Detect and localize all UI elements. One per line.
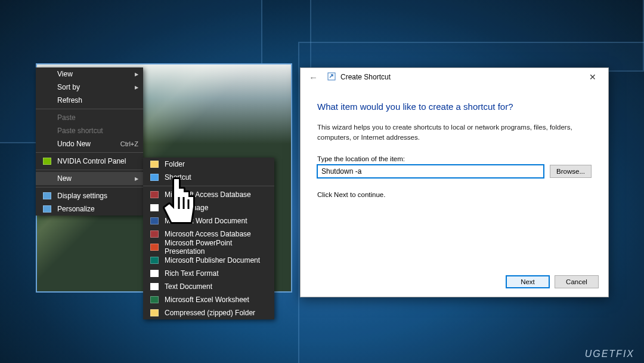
file-icon — [149, 203, 160, 213]
context-menu-item[interactable]: Personalize — [36, 202, 143, 216]
menu-separator — [36, 187, 143, 187]
menu-item-label: Microsoft Access Database — [165, 190, 270, 199]
cancel-button[interactable]: Cancel — [555, 275, 599, 288]
menu-separator — [36, 109, 143, 109]
menu-item-label: Microsoft PowerPoint Presentation — [165, 239, 270, 256]
submenu-arrow-icon: ▶ — [135, 72, 138, 77]
file-icon — [42, 96, 52, 105]
menu-item-label: View — [57, 70, 135, 78]
menu-item-label: Folder — [165, 160, 270, 168]
new-submenu-item[interactable]: Microsoft Excel Worksheet — [143, 293, 274, 306]
menu-separator — [36, 152, 143, 153]
file-icon — [149, 159, 160, 169]
file-icon — [149, 216, 160, 226]
location-label: Type the location of the item: — [317, 155, 592, 162]
wizard-description: This wizard helps you to create shortcut… — [317, 122, 592, 143]
menu-item-label: Refresh — [57, 96, 138, 104]
create-shortcut-dialog: ← Create Shortcut ✕ What item would you … — [300, 67, 609, 297]
menu-item-label: Compressed (zipped) Folder — [165, 309, 270, 317]
file-icon — [149, 308, 160, 318]
new-submenu-item[interactable]: Microsoft Word Document — [143, 214, 274, 227]
continue-text: Click Next to continue. — [317, 191, 592, 198]
file-icon — [149, 295, 160, 304]
context-menu-item[interactable]: Sort by▶ — [36, 81, 143, 94]
context-menu-item[interactable]: Undo NewCtrl+Z — [36, 137, 143, 150]
menu-item-label: Rich Text Format — [165, 269, 270, 278]
file-icon — [42, 69, 52, 79]
menu-item-label: Microsoft Word Document — [165, 217, 270, 225]
submenu-arrow-icon: ▶ — [135, 85, 138, 90]
menu-item-label: Paste — [57, 113, 138, 122]
watermark: UGETFIX — [585, 349, 634, 359]
menu-item-label: Text Document — [165, 282, 270, 291]
menu-item-label: Shortcut — [165, 173, 270, 182]
new-submenu-item[interactable]: Bitmap image — [143, 201, 274, 214]
menu-separator — [36, 170, 143, 170]
file-icon — [42, 82, 52, 92]
new-submenu-item[interactable]: Shortcut — [143, 171, 274, 184]
file-icon — [149, 229, 160, 239]
menu-item-label: Display settings — [57, 192, 138, 200]
menu-item-label: Paste shortcut — [57, 127, 138, 135]
menu-item-label: Sort by — [57, 83, 135, 91]
browse-button[interactable]: Browse... — [550, 165, 592, 178]
context-menu-item[interactable]: Refresh — [36, 94, 143, 107]
menu-item-label: Bitmap image — [165, 204, 270, 212]
menu-separator — [143, 186, 274, 186]
new-submenu-item[interactable]: Microsoft Publisher Document — [143, 254, 274, 267]
new-submenu-item[interactable]: Folder — [143, 158, 274, 171]
menu-item-label: Personalize — [57, 205, 138, 213]
new-submenu: FolderShortcutMicrosoft Access DatabaseB… — [143, 158, 274, 319]
new-submenu-item[interactable]: Microsoft PowerPoint Presentation — [143, 241, 274, 254]
close-button[interactable]: ✕ — [581, 72, 605, 82]
submenu-arrow-icon: ▶ — [135, 176, 138, 182]
file-icon — [149, 190, 160, 199]
file-icon — [42, 113, 52, 122]
menu-item-shortcut: Ctrl+Z — [120, 140, 138, 147]
nvidia-icon — [42, 156, 52, 166]
new-submenu-item[interactable]: Microsoft Access Database — [143, 188, 274, 201]
new-submenu-item[interactable]: Rich Text Format — [143, 267, 274, 280]
file-icon — [149, 173, 160, 182]
file-icon — [42, 126, 52, 136]
file-icon — [149, 282, 160, 291]
desktop-context-menu: View▶Sort by▶RefreshPastePaste shortcutU… — [36, 67, 143, 216]
menu-item-label: Undo New — [57, 140, 120, 148]
dialog-title: Create Shortcut — [340, 73, 391, 81]
menu-item-label: Microsoft Publisher Document — [165, 256, 270, 264]
context-menu-item: Paste shortcut — [36, 124, 143, 137]
location-input[interactable] — [317, 165, 544, 178]
menu-item-label: NVIDIA Control Panel — [57, 157, 138, 165]
context-menu-item: Paste — [36, 111, 143, 124]
menu-item-label: New — [57, 174, 135, 183]
menu-item-label: Microsoft Excel Worksheet — [165, 296, 270, 304]
display-icon — [42, 191, 52, 201]
file-icon — [149, 256, 160, 265]
context-menu-item[interactable]: New▶ — [36, 172, 143, 185]
file-icon — [42, 174, 52, 183]
file-icon — [149, 242, 160, 252]
new-submenu-item[interactable]: Text Document — [143, 280, 274, 293]
new-submenu-item[interactable]: Compressed (zipped) Folder — [143, 306, 274, 319]
next-button[interactable]: Next — [506, 275, 550, 288]
context-menu-item[interactable]: NVIDIA Control Panel — [36, 155, 143, 168]
wizard-heading: What item would you like to create a sho… — [317, 101, 592, 112]
file-icon — [42, 139, 52, 149]
back-button[interactable]: ← — [309, 72, 318, 82]
menu-item-label: Microsoft Access Database — [165, 230, 270, 238]
context-menu-item[interactable]: View▶ — [36, 67, 143, 81]
shortcut-wizard-icon — [327, 72, 336, 82]
context-menu-item[interactable]: Display settings — [36, 189, 143, 202]
file-icon — [149, 269, 160, 278]
personalize-icon — [42, 204, 52, 214]
